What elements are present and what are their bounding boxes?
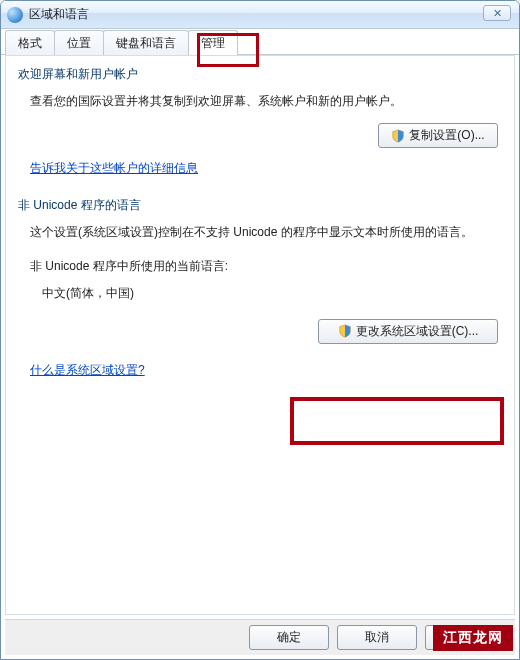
watermark: 江西龙网 xyxy=(433,625,513,651)
tab-content: 欢迎屏幕和新用户帐户 查看您的国际设置并将其复制到欢迎屏幕、系统帐户和新的用户帐… xyxy=(5,55,515,615)
group-nonunicode-desc: 这个设置(系统区域设置)控制在不支持 Unicode 的程序中显示文本时所使用的… xyxy=(30,222,502,242)
tab-keyboards[interactable]: 键盘和语言 xyxy=(103,30,189,55)
group-welcome-desc: 查看您的国际设置并将其复制到欢迎屏幕、系统帐户和新的用户帐户。 xyxy=(30,91,502,111)
close-icon: ✕ xyxy=(493,7,502,20)
accounts-info-link[interactable]: 告诉我关于这些帐户的详细信息 xyxy=(30,161,198,175)
copy-settings-label: 复制设置(O)... xyxy=(409,127,484,144)
cancel-button[interactable]: 取消 xyxy=(337,625,417,650)
close-button[interactable]: ✕ xyxy=(483,5,511,21)
group-nonunicode: 非 Unicode 程序的语言 这个设置(系统区域设置)控制在不支持 Unico… xyxy=(18,197,502,381)
shield-icon xyxy=(391,129,405,143)
tab-administrative[interactable]: 管理 xyxy=(188,30,238,55)
tab-location[interactable]: 位置 xyxy=(54,30,104,55)
globe-icon xyxy=(7,7,23,23)
change-locale-label: 更改系统区域设置(C)... xyxy=(356,323,479,340)
tab-strip: 格式 位置 键盘和语言 管理 xyxy=(1,29,519,55)
current-locale-label: 非 Unicode 程序中所使用的当前语言: xyxy=(30,256,502,276)
shield-icon xyxy=(338,324,352,338)
what-is-locale-link[interactable]: 什么是系统区域设置? xyxy=(30,363,145,377)
ok-button[interactable]: 确定 xyxy=(249,625,329,650)
copy-settings-button[interactable]: 复制设置(O)... xyxy=(378,123,498,148)
change-system-locale-button[interactable]: 更改系统区域设置(C)... xyxy=(318,319,498,344)
group-welcome-title: 欢迎屏幕和新用户帐户 xyxy=(18,66,502,83)
tab-formats[interactable]: 格式 xyxy=(5,30,55,55)
group-nonunicode-title: 非 Unicode 程序的语言 xyxy=(18,197,502,214)
group-welcome: 欢迎屏幕和新用户帐户 查看您的国际设置并将其复制到欢迎屏幕、系统帐户和新的用户帐… xyxy=(18,66,502,179)
dialog-window: 区域和语言 ✕ 格式 位置 键盘和语言 管理 欢迎屏幕和新用户帐户 查看您的国际… xyxy=(0,0,520,660)
current-locale-value: 中文(简体，中国) xyxy=(30,283,502,303)
titlebar: 区域和语言 ✕ xyxy=(1,1,519,29)
window-title: 区域和语言 xyxy=(29,6,89,23)
